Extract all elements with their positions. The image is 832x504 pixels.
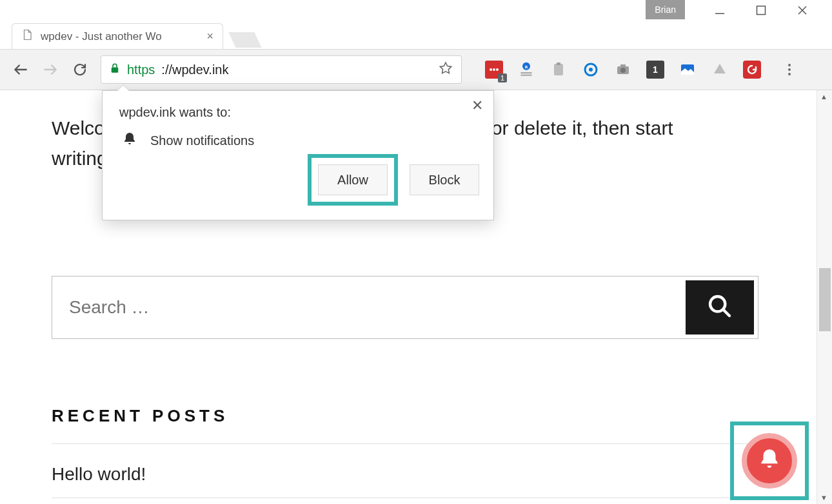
bell-icon <box>122 131 137 150</box>
page-icon <box>21 29 33 44</box>
bell-highlight-box <box>730 422 809 500</box>
svg-text:a: a <box>525 64 528 70</box>
svg-point-13 <box>589 68 593 72</box>
new-tab-button[interactable] <box>228 32 261 48</box>
window-maximize-button[interactable] <box>755 4 768 17</box>
scroll-up-arrow-icon[interactable]: ▲ <box>820 93 827 101</box>
search-icon <box>707 293 733 322</box>
chrome-menu-button[interactable] <box>780 61 798 79</box>
tab-title: wpdev - Just another Wo <box>41 30 162 43</box>
svg-rect-10 <box>554 64 563 75</box>
notification-bell-button[interactable] <box>742 433 797 489</box>
svg-rect-1 <box>757 6 766 15</box>
allow-button[interactable]: Allow <box>318 164 388 195</box>
popup-arrow-icon <box>117 84 130 91</box>
url-rest: ://wpdev.ink <box>161 63 228 77</box>
block-button[interactable]: Block <box>410 164 479 195</box>
svg-rect-4 <box>112 67 119 72</box>
url-scheme: https <box>127 63 155 77</box>
window-minimize-button[interactable] <box>713 4 726 17</box>
scroll-down-arrow-icon[interactable]: ▼ <box>820 494 827 501</box>
divider <box>52 498 758 498</box>
permission-item: Show notifications <box>150 133 254 148</box>
extension-target-icon[interactable] <box>582 61 600 79</box>
browser-tab[interactable]: wpdev - Just another Wo × <box>12 23 223 49</box>
search-input[interactable] <box>52 276 682 338</box>
address-bar[interactable]: https://wpdev.ink <box>101 55 462 84</box>
search-button[interactable] <box>686 280 754 334</box>
reload-button[interactable] <box>71 61 89 79</box>
svg-point-15 <box>620 68 626 73</box>
extension-photos-icon[interactable] <box>678 61 697 79</box>
recent-posts-heading: RECENT POSTS <box>52 406 228 426</box>
permission-header: wpdev.ink wants to: <box>103 91 493 129</box>
scrollbar-thumb[interactable] <box>819 268 831 331</box>
window-close-button[interactable] <box>796 4 809 17</box>
svg-point-7 <box>496 68 499 71</box>
svg-point-18 <box>788 64 791 66</box>
profile-badge[interactable]: Brian <box>646 0 685 19</box>
svg-point-19 <box>788 68 791 71</box>
popup-close-button[interactable]: ✕ <box>471 97 483 114</box>
bell-icon <box>757 447 782 474</box>
extension-amazon-icon[interactable]: a <box>517 61 535 79</box>
extension-grammarly-icon[interactable] <box>743 61 761 79</box>
notification-permission-popup: ✕ wpdev.ink wants to: Show notifications… <box>102 90 494 220</box>
svg-rect-16 <box>620 64 626 67</box>
extension-badge: 1 <box>498 73 507 82</box>
divider <box>52 443 758 444</box>
svg-line-22 <box>723 309 729 316</box>
post-link-hello-world[interactable]: Hello world! <box>52 464 146 485</box>
forward-button[interactable] <box>41 61 59 79</box>
svg-point-5 <box>490 68 492 71</box>
lock-icon <box>109 63 121 77</box>
extension-camera-icon[interactable] <box>614 61 632 79</box>
tab-close-icon[interactable]: × <box>206 30 213 43</box>
svg-rect-11 <box>557 63 560 65</box>
extension-counter-label: 1 <box>653 64 658 75</box>
extension-clipboard-icon[interactable] <box>550 61 568 79</box>
svg-point-6 <box>493 68 495 71</box>
svg-point-20 <box>788 73 791 75</box>
bookmark-star-icon[interactable] <box>438 61 453 79</box>
allow-highlight-box: Allow <box>308 154 398 206</box>
back-button[interactable] <box>12 61 30 79</box>
extension-lastpass-icon[interactable]: 1 <box>485 61 503 79</box>
search-box <box>52 276 758 339</box>
extension-counter-icon[interactable]: 1 <box>646 61 664 79</box>
vertical-scrollbar[interactable]: ▲ ▼ <box>817 90 832 504</box>
extension-drive-icon[interactable] <box>711 61 729 79</box>
